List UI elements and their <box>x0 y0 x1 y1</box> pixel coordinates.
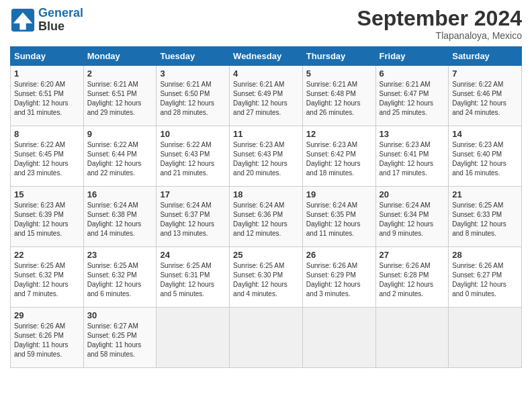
calendar-cell: 10Sunrise: 6:22 AM Sunset: 6:43 PM Dayli… <box>157 126 230 187</box>
calendar-cell: 13Sunrise: 6:23 AM Sunset: 6:41 PM Dayli… <box>375 126 449 187</box>
calendar-row: 22Sunrise: 6:25 AM Sunset: 6:32 PM Dayli… <box>11 247 522 308</box>
day-info: Sunrise: 6:21 AM Sunset: 6:51 PM Dayligh… <box>87 80 153 118</box>
day-number: 13 <box>380 129 445 139</box>
location-subtitle: Tlapanaloya, Mexico <box>357 30 522 41</box>
calendar-cell <box>302 308 375 368</box>
day-number: 2 <box>87 68 153 79</box>
calendar-cell: 14Sunrise: 6:23 AM Sunset: 6:40 PM Dayli… <box>449 126 522 187</box>
day-number: 21 <box>452 189 518 199</box>
calendar-header: SundayMondayTuesdayWednesdayThursdayFrid… <box>11 47 522 66</box>
day-info: Sunrise: 6:24 AM Sunset: 6:36 PM Dayligh… <box>233 201 299 238</box>
day-info: Sunrise: 6:22 AM Sunset: 6:45 PM Dayligh… <box>14 140 80 178</box>
logo-line2: Blue <box>38 20 83 34</box>
calendar-cell <box>230 308 303 368</box>
calendar-cell: 20Sunrise: 6:24 AM Sunset: 6:34 PM Dayli… <box>375 187 449 247</box>
logo-line1: General <box>38 6 83 19</box>
day-number: 25 <box>233 250 299 260</box>
calendar-row: 8Sunrise: 6:22 AM Sunset: 6:45 PM Daylig… <box>11 126 522 187</box>
logo-icon <box>10 7 36 33</box>
day-number: 9 <box>87 129 153 139</box>
day-number: 11 <box>233 129 299 139</box>
day-number: 15 <box>14 189 80 199</box>
day-number: 1 <box>14 68 80 79</box>
day-number: 16 <box>87 189 153 199</box>
day-number: 12 <box>306 129 372 139</box>
day-info: Sunrise: 6:22 AM Sunset: 6:43 PM Dayligh… <box>160 140 226 178</box>
day-info: Sunrise: 6:26 AM Sunset: 6:29 PM Dayligh… <box>306 261 372 299</box>
day-number: 6 <box>380 68 445 79</box>
header-monday: Monday <box>83 47 157 66</box>
calendar-cell: 17Sunrise: 6:24 AM Sunset: 6:37 PM Dayli… <box>157 187 230 247</box>
page-header: General Blue September 2024 Tlapanaloya,… <box>10 7 522 41</box>
day-number: 10 <box>160 129 226 139</box>
calendar-cell: 19Sunrise: 6:24 AM Sunset: 6:35 PM Dayli… <box>302 187 375 247</box>
day-info: Sunrise: 6:23 AM Sunset: 6:41 PM Dayligh… <box>380 140 445 178</box>
header-saturday: Saturday <box>449 47 522 66</box>
calendar-body: 1Sunrise: 6:20 AM Sunset: 6:51 PM Daylig… <box>11 66 522 368</box>
day-number: 27 <box>380 250 445 260</box>
logo-text: General Blue <box>38 7 83 34</box>
day-number: 22 <box>14 250 80 260</box>
day-info: Sunrise: 6:23 AM Sunset: 6:42 PM Dayligh… <box>306 140 372 178</box>
day-number: 20 <box>380 189 445 199</box>
day-number: 17 <box>160 189 226 199</box>
day-info: Sunrise: 6:25 AM Sunset: 6:33 PM Dayligh… <box>452 201 518 238</box>
header-sunday: Sunday <box>11 47 84 66</box>
header-wednesday: Wednesday <box>230 47 303 66</box>
day-info: Sunrise: 6:23 AM Sunset: 6:39 PM Dayligh… <box>14 201 80 238</box>
calendar-cell: 8Sunrise: 6:22 AM Sunset: 6:45 PM Daylig… <box>11 126 84 187</box>
header-friday: Friday <box>375 47 449 66</box>
calendar-cell: 9Sunrise: 6:22 AM Sunset: 6:44 PM Daylig… <box>83 126 157 187</box>
calendar-cell: 25Sunrise: 6:25 AM Sunset: 6:30 PM Dayli… <box>230 247 303 308</box>
day-info: Sunrise: 6:21 AM Sunset: 6:47 PM Dayligh… <box>380 80 445 118</box>
calendar-cell: 3Sunrise: 6:21 AM Sunset: 6:50 PM Daylig… <box>157 66 230 126</box>
day-info: Sunrise: 6:25 AM Sunset: 6:30 PM Dayligh… <box>233 261 299 299</box>
day-info: Sunrise: 6:25 AM Sunset: 6:31 PM Dayligh… <box>160 261 226 299</box>
calendar-cell: 11Sunrise: 6:23 AM Sunset: 6:43 PM Dayli… <box>230 126 303 187</box>
day-number: 14 <box>452 129 518 139</box>
day-info: Sunrise: 6:24 AM Sunset: 6:34 PM Dayligh… <box>380 201 445 238</box>
day-info: Sunrise: 6:23 AM Sunset: 6:40 PM Dayligh… <box>452 140 518 178</box>
day-info: Sunrise: 6:24 AM Sunset: 6:35 PM Dayligh… <box>306 201 372 238</box>
day-number: 5 <box>306 68 372 79</box>
day-info: Sunrise: 6:21 AM Sunset: 6:49 PM Dayligh… <box>233 80 299 118</box>
calendar-cell: 28Sunrise: 6:26 AM Sunset: 6:27 PM Dayli… <box>449 247 522 308</box>
day-number: 8 <box>14 129 80 139</box>
day-info: Sunrise: 6:24 AM Sunset: 6:38 PM Dayligh… <box>87 201 153 238</box>
calendar-cell <box>449 308 522 368</box>
day-info: Sunrise: 6:26 AM Sunset: 6:27 PM Dayligh… <box>452 261 518 299</box>
day-info: Sunrise: 6:24 AM Sunset: 6:37 PM Dayligh… <box>160 201 226 238</box>
day-info: Sunrise: 6:22 AM Sunset: 6:46 PM Dayligh… <box>452 80 518 118</box>
day-number: 28 <box>452 250 518 260</box>
calendar-cell <box>375 308 449 368</box>
day-info: Sunrise: 6:21 AM Sunset: 6:48 PM Dayligh… <box>306 80 372 118</box>
calendar-cell: 21Sunrise: 6:25 AM Sunset: 6:33 PM Dayli… <box>449 187 522 247</box>
header-row: SundayMondayTuesdayWednesdayThursdayFrid… <box>11 47 522 66</box>
header-tuesday: Tuesday <box>157 47 230 66</box>
logo: General Blue <box>10 7 83 34</box>
calendar-cell: 2Sunrise: 6:21 AM Sunset: 6:51 PM Daylig… <box>83 66 157 126</box>
calendar-row: 29Sunrise: 6:26 AM Sunset: 6:26 PM Dayli… <box>11 308 522 368</box>
calendar-cell: 15Sunrise: 6:23 AM Sunset: 6:39 PM Dayli… <box>11 187 84 247</box>
day-number: 29 <box>14 310 80 320</box>
calendar-cell: 23Sunrise: 6:25 AM Sunset: 6:32 PM Dayli… <box>83 247 157 308</box>
day-number: 26 <box>306 250 372 260</box>
day-info: Sunrise: 6:26 AM Sunset: 6:28 PM Dayligh… <box>380 261 445 299</box>
day-number: 19 <box>306 189 372 199</box>
day-number: 18 <box>233 189 299 199</box>
calendar-cell: 7Sunrise: 6:22 AM Sunset: 6:46 PM Daylig… <box>449 66 522 126</box>
calendar-cell: 4Sunrise: 6:21 AM Sunset: 6:49 PM Daylig… <box>230 66 303 126</box>
day-number: 24 <box>160 250 226 260</box>
calendar-cell: 16Sunrise: 6:24 AM Sunset: 6:38 PM Dayli… <box>83 187 157 247</box>
day-number: 7 <box>452 68 518 79</box>
calendar-cell: 24Sunrise: 6:25 AM Sunset: 6:31 PM Dayli… <box>157 247 230 308</box>
calendar-table: SundayMondayTuesdayWednesdayThursdayFrid… <box>10 46 522 368</box>
calendar-cell: 29Sunrise: 6:26 AM Sunset: 6:26 PM Dayli… <box>11 308 84 368</box>
month-title: September 2024 <box>357 7 522 30</box>
day-info: Sunrise: 6:20 AM Sunset: 6:51 PM Dayligh… <box>14 80 80 118</box>
day-number: 3 <box>160 68 226 79</box>
day-number: 23 <box>87 250 153 260</box>
day-info: Sunrise: 6:23 AM Sunset: 6:43 PM Dayligh… <box>233 140 299 178</box>
calendar-cell: 26Sunrise: 6:26 AM Sunset: 6:29 PM Dayli… <box>302 247 375 308</box>
calendar-cell: 12Sunrise: 6:23 AM Sunset: 6:42 PM Dayli… <box>302 126 375 187</box>
